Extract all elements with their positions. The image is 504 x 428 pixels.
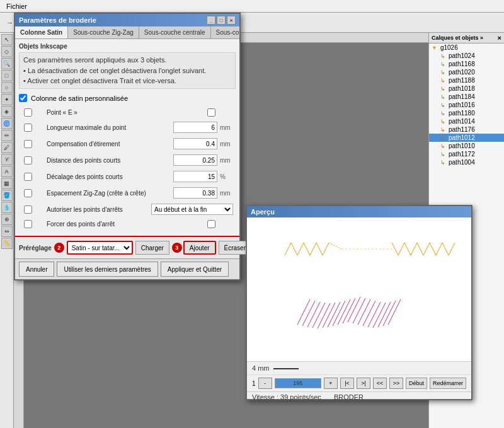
tree-item-path1168[interactable]: ↳path1168 (429, 60, 504, 68)
btn-charger[interactable]: Charger (135, 241, 169, 255)
tree-item-path1020[interactable]: ↳path1020 (429, 68, 504, 76)
dialog-titlebar: Paramètres de broderie _ □ × (15, 14, 239, 26)
tree-container: ▼g1026↳path1024↳path1168↳path1020↳path11… (429, 43, 504, 166)
param-row-forcer: Forcer des points d'arrêt (19, 219, 236, 229)
select-autoriser[interactable]: Au début et à la fin Au début À la fin J… (151, 204, 233, 215)
close-btn[interactable]: × (227, 16, 236, 25)
tool-spiral[interactable]: 🌀 (1, 118, 13, 129)
tool-star[interactable]: ✦ (1, 94, 13, 105)
tree-item-path1172[interactable]: ↳path1172 (429, 150, 504, 158)
apercu-status: Vitesse : 39 points/sec BRODER (247, 391, 471, 402)
tool-zoom[interactable]: 🔍 (1, 58, 13, 69)
tree-item-path1010[interactable]: ↳path1010 (429, 142, 504, 150)
nav-btn-start[interactable]: |< (340, 378, 354, 389)
apercu-bottom: 4 mm 1 - 195 + |< >| << >> Début Redémar… (247, 361, 471, 399)
custom-satin-checkbox[interactable] (19, 94, 27, 102)
param-row-autoriser: Autoriser les points d'arrêts Au début e… (19, 202, 236, 216)
titlebar-controls: _ □ × (207, 16, 236, 25)
input-longueur[interactable] (173, 122, 217, 133)
btn-debut[interactable]: Début (406, 378, 427, 389)
tool-measure[interactable]: 📏 (1, 238, 13, 249)
tool-text[interactable]: A (1, 166, 13, 177)
tree-item-path1018[interactable]: ↳path1018 (429, 84, 504, 93)
param-row-distance: Distance des points courts mm (19, 153, 236, 167)
tree-item-path1024[interactable]: ↳path1024 (429, 52, 504, 60)
tree-item-path1014[interactable]: ↳path1014 (429, 117, 504, 125)
btn-derniers-params[interactable]: Utiliser les derniers paramètres (57, 262, 158, 277)
checkbox-decalage[interactable] (24, 173, 32, 181)
label-forcer: Forcer des points d'arrêt (34, 221, 161, 228)
nav-btn-minus[interactable]: - (258, 378, 272, 389)
menubar: Fichier (0, 0, 504, 13)
nav-btn-prev[interactable]: << (373, 378, 387, 389)
tool-connector[interactable]: ⇔ (1, 226, 13, 237)
layers-panel-header: Calques et objets » × (429, 33, 504, 43)
tab-sous-couche-centrale[interactable]: Sous-couche centrale (139, 26, 211, 38)
info-line1: Ces paramètres seront appliqués aux 3 ob… (23, 55, 231, 65)
input-compensation[interactable] (173, 138, 217, 149)
tool-node[interactable]: ◇ (1, 46, 13, 57)
nav-btn-end[interactable]: >| (357, 378, 370, 389)
info-line3: • Activer cet onglet désactivera Trait e… (23, 76, 231, 86)
tab-colonne-satin[interactable]: Colonne Satin (15, 26, 68, 38)
checkbox-point-e[interactable] (24, 108, 32, 117)
checkbox-forcer[interactable] (24, 220, 32, 228)
btn-ajouter[interactable]: Ajouter (183, 241, 216, 255)
status-mode: BRODER (334, 393, 364, 401)
tool-paint[interactable]: 🪣 (1, 190, 13, 201)
custom-satin-label: Colonne de satin personnalisée (31, 95, 128, 102)
apercu-content (247, 217, 471, 373)
checkbox-forcer-right[interactable] (207, 220, 215, 228)
label-point-e: Point « E » (34, 109, 161, 116)
minimize-btn[interactable]: _ (207, 16, 215, 25)
btn-annuler[interactable]: Annuler (19, 262, 54, 277)
dialog-body: Objets Inkscape Ces paramètres seront ap… (15, 39, 239, 236)
nav-btn-next[interactable]: >> (389, 378, 403, 389)
tool-spray[interactable]: ⊕ (1, 214, 13, 225)
param-row-point-e: Point « E » (19, 107, 236, 118)
checkbox-longueur[interactable] (24, 124, 32, 132)
tree-item-path1012[interactable]: ↳path1012 (429, 134, 504, 142)
tool-arrow[interactable]: ↖ (1, 34, 13, 45)
tab-sous-couche-c[interactable]: Sous-couche de C... (211, 26, 239, 38)
menu-fichier[interactable]: Fichier (3, 1, 31, 11)
info-line2: • La désactivation de cet onglet désacti… (23, 66, 231, 76)
param-row-espacement: Espacement Zig-Zag (crête à crête) mm (19, 186, 236, 200)
tree-item-path1188[interactable]: ↳path1188 (429, 76, 504, 84)
tree-item-path1176[interactable]: ↳path1176 (429, 125, 504, 134)
tool-pencil[interactable]: ✏ (1, 130, 13, 141)
apercu-controls: 1 - 195 + |< >| << >> Début Redémarrer (247, 375, 471, 391)
progress-bar: 195 (275, 378, 321, 388)
maximize-btn[interactable]: □ (217, 16, 226, 25)
progress-label: 195 (293, 380, 302, 386)
tool-rect[interactable]: □ (1, 70, 13, 81)
tool-dropper[interactable]: 💧 (1, 202, 13, 213)
checkbox-compensation[interactable] (24, 140, 32, 148)
preset-select[interactable]: Satin - sur tatar... (67, 241, 133, 255)
input-espacement[interactable] (173, 187, 217, 199)
btn-appliquer-quitter[interactable]: Appliquer et Quitter (161, 262, 229, 277)
tree-item-path1016[interactable]: ↳path1016 (429, 101, 504, 109)
checkbox-espacement[interactable] (24, 189, 32, 197)
checkbox-point-e-right[interactable] (207, 108, 215, 117)
tree-item-path1184[interactable]: ↳path1184 (429, 93, 504, 101)
checkbox-distance[interactable] (24, 156, 32, 165)
btn-redemarrer[interactable]: Redémarrer (430, 378, 466, 389)
tree-item-g1026[interactable]: ▼g1026 (429, 43, 504, 52)
tool-3d[interactable]: ◈ (1, 106, 13, 117)
tool-ellipse[interactable]: ○ (1, 82, 13, 93)
nav-btn-plus[interactable]: + (324, 378, 338, 389)
layers-close[interactable]: × (498, 34, 501, 42)
params-container: Point « E » Longueur maximale du point m… (19, 107, 236, 229)
apercu-title: Aperçu (251, 208, 275, 216)
tool-gradient[interactable]: ▦ (1, 178, 13, 189)
tree-item-path1004[interactable]: ↳path1004 (429, 158, 504, 166)
tool-pen[interactable]: 🖊 (1, 142, 13, 153)
tool-callig[interactable]: 𝒞 (1, 154, 13, 165)
tree-item-path1180[interactable]: ↳path1180 (429, 109, 504, 117)
input-distance[interactable] (173, 154, 217, 166)
input-decalage[interactable] (173, 171, 217, 182)
checkbox-autoriser[interactable] (24, 205, 32, 214)
tab-sous-couche-zigzag[interactable]: Sous-couche Zig-Zag (68, 26, 139, 38)
unit-decalage: % (217, 173, 233, 180)
